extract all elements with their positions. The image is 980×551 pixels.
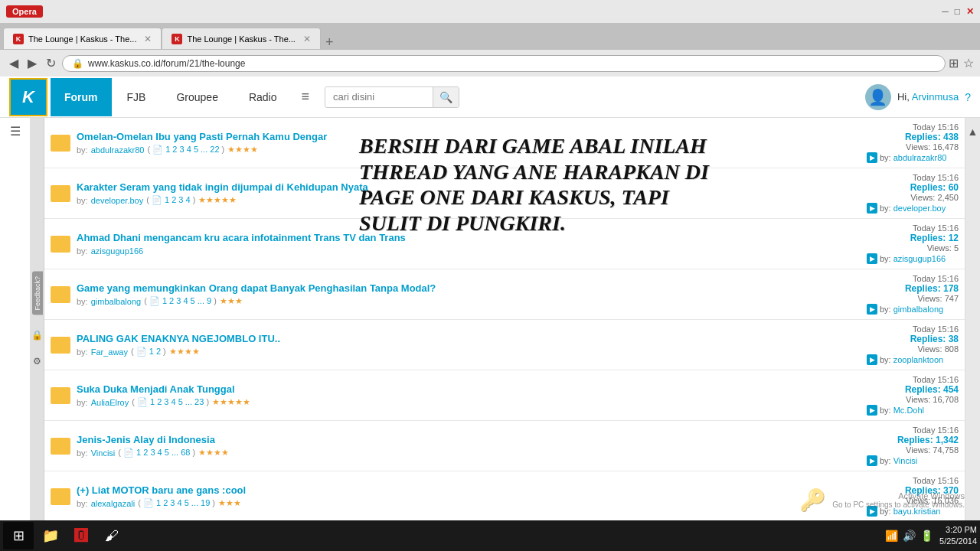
thread-icon <box>51 387 70 404</box>
thread-meta: by: Far_away ( 📄 1 2 ) ★★★★ <box>77 347 861 357</box>
thread-author[interactable]: developer.boy <box>91 196 144 205</box>
search-button[interactable]: 🔍 <box>433 87 459 107</box>
stat-views: Views: 74,758 <box>867 445 959 455</box>
forward-button[interactable]: ▶ <box>24 54 40 72</box>
last-by-user[interactable]: Mc.Dohl <box>893 406 924 415</box>
scroll-up-icon[interactable]: ▲ <box>968 126 978 138</box>
taskbar-opera[interactable]: 🅾 <box>67 522 95 549</box>
stat-replies[interactable]: Replies: 1,342 <box>867 435 959 445</box>
stat-replies[interactable]: Replies: 438 <box>867 132 959 142</box>
last-by-user[interactable]: azisgugup166 <box>893 254 946 263</box>
by-label: by: <box>77 297 88 306</box>
thread-author[interactable]: alexalgazali <box>91 499 135 508</box>
thread-stats: Today 15:16 Replies: 438 Views: 16,478 ▶… <box>867 122 959 163</box>
address-bar[interactable]: 🔒 www.kaskus.co.id/forum/21/the-lounge <box>62 55 946 72</box>
user-avatar: 👤 <box>865 84 891 110</box>
left-sidebar: ☰ <box>0 118 31 520</box>
thread-author[interactable]: azisgugup166 <box>91 246 144 256</box>
thread-title-link[interactable]: Karakter Seram yang tidak ingin dijumpai… <box>77 181 368 193</box>
feedback-tab[interactable]: Feedback? <box>32 272 43 315</box>
thread-stats: Today 15:16 Replies: 60 Views: 2,450 ▶ b… <box>867 173 959 214</box>
thread-author[interactable]: Vincisi <box>91 448 116 458</box>
volume-icon: 🔊 <box>903 530 916 542</box>
search-input[interactable] <box>325 87 433 106</box>
tab-2[interactable]: K The Lounge | Kaskus - The... ✕ <box>162 28 320 49</box>
grid-icon[interactable]: ⊞ <box>949 56 959 70</box>
groupee-link[interactable]: Groupee <box>161 78 233 116</box>
thread-main: Omelan-Omelan Ibu yang Pasti Pernah Kamu… <box>77 131 861 155</box>
feedback-sidebar: Feedback? 🔒 ⚙ <box>31 118 44 520</box>
last-by-user[interactable]: gimbalbalong <box>893 305 943 314</box>
greeting-text: Hi, Arvinmusa <box>897 91 959 103</box>
thread-title-link[interactable]: Ahmad Dhani mengancam kru acara infotain… <box>77 232 406 243</box>
new-tab-button[interactable]: + <box>321 35 338 49</box>
thread-title-link[interactable]: PALING GAK ENAKNYA NGEJOMBLO ITU.. <box>77 333 280 344</box>
close-btn[interactable]: ✕ <box>966 6 974 17</box>
last-by-user[interactable]: abdulrazakr80 <box>893 153 947 162</box>
last-by-user[interactable]: zooplanktoon <box>893 355 943 364</box>
lock-icon: 🔒 <box>72 58 83 69</box>
stat-date: Today 15:16 <box>867 173 959 182</box>
thread-title-link[interactable]: Game yang memungkinkan Orang dapat Banya… <box>77 282 436 294</box>
bookmark-icon[interactable]: ☆ <box>963 56 974 70</box>
stat-replies[interactable]: Replies: 178 <box>867 283 959 294</box>
thread-row: Karakter Seram yang tidak ingin dijumpai… <box>44 168 965 219</box>
hamburger-icon[interactable]: ≡ <box>292 83 319 111</box>
thread-title-link[interactable]: Jenis-Jenis Alay di Indonesia <box>77 434 215 445</box>
tab-1-title: The Lounge | Kaskus - The... <box>28 34 136 44</box>
activation-watermark: 🔑 Activate Windows Go to PC settings to … <box>799 487 965 513</box>
stat-replies[interactable]: Replies: 454 <box>867 384 959 395</box>
pages-label: ( 📄 1 2 3 4 5 ... 22 ) <box>147 145 224 155</box>
tab-1-close[interactable]: ✕ <box>144 34 152 44</box>
last-by-user[interactable]: developer.boy <box>893 204 946 213</box>
thread-row: PALING GAK ENAKNYA NGEJOMBLO ITU.. by: F… <box>44 320 965 370</box>
thread-title-link[interactable]: Suka Duka Menjadi Anak Tunggal <box>77 383 235 395</box>
stat-replies[interactable]: Replies: 12 <box>867 233 959 243</box>
reload-button[interactable]: ↻ <box>43 54 59 72</box>
thread-stars: ★★★★★ <box>212 397 250 407</box>
thread-stats: Today 15:16 Replies: 12 Views: 5 ▶ by: a… <box>867 223 959 264</box>
radio-link[interactable]: Radio <box>234 78 292 116</box>
back-button[interactable]: ◀ <box>6 54 21 72</box>
thread-row: Game yang memungkinkan Orang dapat Banya… <box>44 269 965 320</box>
stat-by: ▶ by: abdulrazakr80 <box>867 152 959 163</box>
kaskus-logo[interactable]: K <box>9 78 47 116</box>
thread-title-link[interactable]: (+) Liat MOTOR baru ane gans :cool <box>77 484 246 496</box>
window-controls[interactable]: ─ □ ✕ <box>942 6 974 17</box>
thread-stars: ★★★ <box>218 498 241 508</box>
right-scroll[interactable]: ▲ <box>965 118 980 520</box>
by-text: by: <box>880 153 891 162</box>
network-icon: 📶 <box>885 530 898 542</box>
thread-meta: by: abdulrazakr80 ( 📄 1 2 3 4 5 ... 22 )… <box>77 145 861 155</box>
thread-author[interactable]: Far_away <box>91 347 128 357</box>
tab-1[interactable]: K The Lounge | Kaskus - The... ✕ <box>3 28 162 49</box>
thread-author[interactable]: abdulrazakr80 <box>91 145 145 155</box>
sidebar-menu-icon[interactable]: ☰ <box>10 124 21 139</box>
sidebar-icon-1[interactable]: 🔒 <box>31 330 43 341</box>
minimize-btn[interactable]: ─ <box>942 6 949 17</box>
thread-title-link[interactable]: Omelan-Omelan Ibu yang Pasti Pernah Kamu… <box>77 131 327 142</box>
thread-author[interactable]: gimbalbalong <box>91 297 141 306</box>
restore-btn[interactable]: □ <box>955 6 960 17</box>
forum-button[interactable]: Forum <box>51 78 112 116</box>
nav-right: ⊞ ☆ <box>949 56 974 70</box>
taskbar-paint[interactable]: 🖌 <box>98 522 126 549</box>
stat-replies[interactable]: Replies: 60 <box>867 182 959 193</box>
thread-stars: ★★★★ <box>227 145 258 155</box>
taskbar-file-explorer[interactable]: 📁 <box>37 522 64 549</box>
sidebar-icon-2[interactable]: ⚙ <box>33 356 41 367</box>
pages-label: ( 📄 1 2 ) <box>131 347 166 357</box>
stat-by: ▶ by: developer.boy <box>867 203 959 214</box>
opera-button[interactable]: Opera <box>6 5 43 18</box>
last-by-user[interactable]: Vincisi <box>893 456 918 465</box>
kaskus-header: K Forum FJB Groupee Radio ≡ 🔍 👤 Hi, Arvi… <box>0 77 980 118</box>
tab-2-close[interactable]: ✕ <box>303 34 311 44</box>
main-area: ☰ Feedback? 🔒 ⚙ Omelan-Omelan Ibu yang P… <box>0 118 980 520</box>
thread-author[interactable]: AuliaElroy <box>91 398 129 407</box>
thread-main: Jenis-Jenis Alay di Indonesia by: Vincis… <box>77 434 861 458</box>
stat-replies[interactable]: Replies: 38 <box>867 334 959 344</box>
help-icon[interactable]: ? <box>965 91 971 103</box>
fjb-link[interactable]: FJB <box>112 78 162 116</box>
start-button[interactable]: ⊞ <box>3 522 34 549</box>
by-text: by: <box>880 204 891 213</box>
